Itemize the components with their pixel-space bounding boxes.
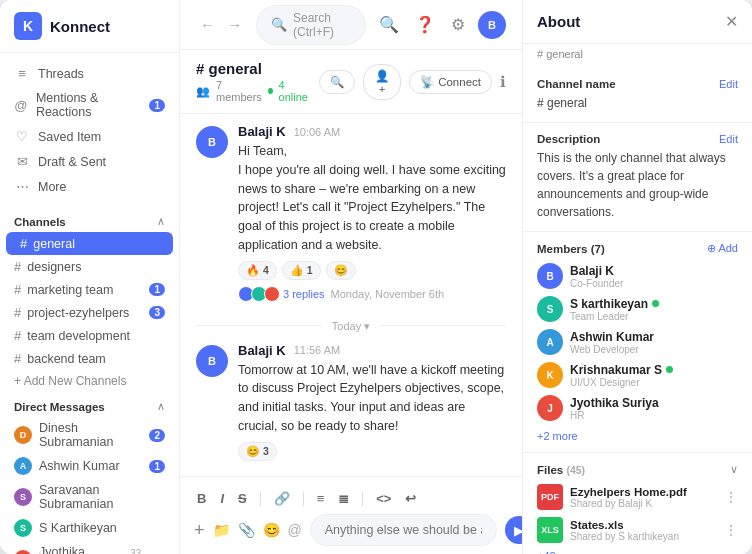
italic-btn[interactable]: I (217, 489, 227, 508)
nav-item-more[interactable]: ⋯ More (0, 174, 179, 199)
dm-section-header: Direct Messages ∧ (0, 392, 179, 417)
channels-list: # general # designers # marketing team 1… (0, 232, 179, 392)
back-button[interactable]: ← (196, 14, 219, 35)
dm-item-dinesh[interactable]: D Dinesh Subramanian 2 (0, 417, 179, 453)
header-icons: 🔍 ❓ ⚙ B (376, 11, 506, 39)
search-placeholder: Search (Ctrl+F) (293, 11, 351, 39)
search-box[interactable]: 🔍 Search (Ctrl+F) (256, 5, 366, 45)
channels-section-header: Channels ∧ (0, 207, 179, 232)
files-chevron-icon[interactable]: ∨ (730, 463, 738, 476)
mentions-badge: 1 (149, 99, 165, 112)
composer-input[interactable] (310, 514, 497, 546)
composer-files-btn[interactable]: 📁 (213, 522, 230, 538)
bold-btn[interactable]: B (194, 489, 209, 508)
nav-item-mentions[interactable]: @ Mentions & Reactions 1 (0, 86, 179, 124)
reaction-fire-1[interactable]: 🔥 4 (238, 261, 277, 280)
channel-name-designers: designers (27, 260, 81, 274)
dm-list: D Dinesh Subramanian 2 A Ashwin Kumar 1 … (0, 417, 179, 554)
file-row-info-xls: States.xls Shared by S karthikeyan (570, 519, 717, 542)
nav-label-more: More (38, 180, 66, 194)
file-row-menu-icon[interactable]: ⋮ (724, 489, 738, 505)
description-edit-btn[interactable]: Edit (719, 133, 738, 145)
toolbar-separator-3 (362, 492, 363, 506)
panel-title: About (537, 13, 580, 30)
more-files-btn[interactable]: +43 more (537, 550, 738, 554)
message-group-2: B Balaji K 11:56 AM Tomorrow at 10 AM, w… (196, 343, 506, 461)
dm-avatar-jyothika: J (14, 550, 32, 554)
msg-sender-2: Balaji K (238, 343, 286, 358)
channel-info-btn[interactable]: ℹ (500, 73, 506, 91)
member-row-karthikeyan: S S karthikeyan Team Leader (537, 296, 738, 322)
reaction-smile-2[interactable]: 😊 3 (238, 442, 277, 461)
add-channels-label: + Add New Channels (14, 374, 126, 388)
link-btn[interactable]: 🔗 (271, 489, 293, 508)
settings-icon-btn[interactable]: ⚙ (448, 12, 468, 37)
dm-item-jyothika[interactable]: J Jyothika Suriya 33 mins (0, 541, 179, 554)
composer-clip-btn[interactable]: 📎 (238, 522, 255, 538)
composer-add-btn[interactable]: + (194, 520, 205, 541)
hash-icon: # (14, 351, 21, 366)
ordered-list-btn[interactable]: ≣ (335, 489, 352, 508)
members-header: Members (7) ⊕ Add (537, 242, 738, 255)
nav-item-saved[interactable]: ♡ Saved Item (0, 124, 179, 149)
file-pdf-row-icon: PDF (537, 484, 563, 510)
search-channel-btn[interactable]: 🔍 (319, 70, 355, 94)
messages-area[interactable]: B Balaji K 10:06 AM Hi Team,I hope you'r… (180, 114, 522, 476)
channel-item-designers[interactable]: # designers (0, 255, 179, 278)
dm-item-karthikeyan[interactable]: S S Karthikeyan (0, 515, 179, 541)
files-header: Files (45) ∨ (537, 463, 738, 476)
channel-item-general[interactable]: # general (6, 232, 173, 255)
reaction-thumb-1[interactable]: 👍 1 (282, 261, 321, 280)
channels-chevron-icon[interactable]: ∧ (157, 215, 165, 228)
dm-chevron-icon[interactable]: ∧ (157, 400, 165, 413)
dm-item-saravanan[interactable]: S Saravanan Subramanian (0, 479, 179, 515)
member-avatar-karthikeyan: S (537, 296, 563, 322)
more-members-btn[interactable]: +2 more (537, 428, 738, 442)
channel-item-marketing[interactable]: # marketing team 1 (0, 278, 179, 301)
list-btn[interactable]: ≡ (314, 489, 328, 508)
msg-content-1: Balaji K 10:06 AM Hi Team,I hope you're … (238, 124, 506, 302)
members-count: 👥 (196, 85, 210, 98)
nav-item-threads[interactable]: ≡ Threads (0, 61, 179, 86)
channel-name-edit-btn[interactable]: Edit (719, 78, 738, 90)
forward-button[interactable]: → (223, 14, 246, 35)
files-label: Files (45) (537, 464, 585, 476)
channel-name-teamdev: team development (27, 329, 130, 343)
connect-btn[interactable]: 📡 Connect (409, 70, 492, 94)
panel-close-btn[interactable]: ✕ (725, 12, 738, 31)
quote-btn[interactable]: ↩ (402, 489, 419, 508)
channel-item-project[interactable]: # project-ezyhelpers 3 (0, 301, 179, 324)
replies-row-1: 3 replies Monday, November 6th (238, 286, 506, 302)
replies-date-1: Monday, November 6th (331, 288, 445, 300)
add-member-btn[interactable]: ⊕ Add (707, 242, 738, 255)
msg-time-2: 11:56 AM (294, 344, 340, 356)
send-button[interactable]: ▶ (505, 516, 522, 544)
channel-name-general: general (33, 237, 75, 251)
code-block-btn[interactable]: <> (373, 489, 394, 508)
composer-mention-btn[interactable]: @ (288, 522, 302, 538)
nav-item-draft[interactable]: ✉ Draft & Sent (0, 149, 179, 174)
composer-emoji-btn[interactable]: 😊 (263, 522, 280, 538)
connect-icon: 📡 (420, 75, 434, 89)
dm-section-title: Direct Messages (14, 401, 105, 413)
add-member-channel-btn[interactable]: 👤+ (363, 64, 401, 100)
add-channels-btn[interactable]: + Add New Channels (0, 370, 179, 392)
composer-area: B I S 🔗 ≡ ≣ <> ↩ + 📁 📎 😊 @ ▶ (180, 476, 522, 554)
search-icon-btn[interactable]: 🔍 (376, 12, 402, 37)
file-row-menu-xls-icon[interactable]: ⋮ (724, 522, 738, 538)
reaction-smile-1[interactable]: 😊 (326, 261, 356, 280)
replies-text-1[interactable]: 3 replies (283, 288, 325, 300)
channel-name-backend: backend team (27, 352, 106, 366)
channel-name-marketing: marketing team (27, 283, 113, 297)
strike-btn[interactable]: S (235, 489, 250, 508)
channel-item-backend[interactable]: # backend team (0, 347, 179, 370)
hash-icon: # (20, 236, 27, 251)
msg-text-2: Tomorrow at 10 AM, we'll have a kickoff … (238, 361, 506, 436)
help-icon-btn[interactable]: ❓ (412, 12, 438, 37)
dm-avatar-karthikeyan: S (14, 519, 32, 537)
msg-sender-1: Balaji K (238, 124, 286, 139)
msg-header-1: Balaji K 10:06 AM (238, 124, 506, 139)
channel-item-teamdev[interactable]: # team development (0, 324, 179, 347)
user-avatar[interactable]: B (478, 11, 506, 39)
dm-item-ashwin[interactable]: A Ashwin Kumar 1 (0, 453, 179, 479)
